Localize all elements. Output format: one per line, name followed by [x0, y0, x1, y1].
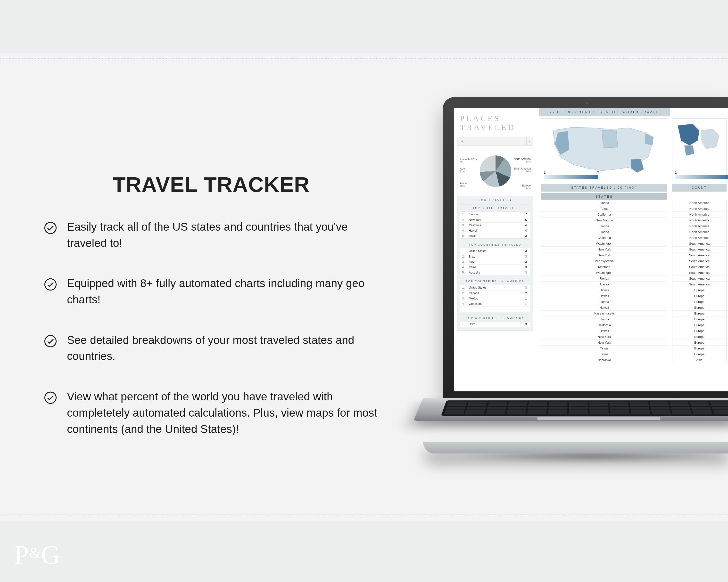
table-row: 4.China3: [460, 264, 530, 270]
top-sa-table: TOP COUNTRIES · S. AMERICA 1.Brazil3: [460, 314, 530, 327]
table-row: North America: [672, 212, 726, 217]
marketing-copy: TRAVEL TRACKER Easily track all of the U…: [44, 172, 379, 461]
table-row: 2.New York5: [460, 217, 530, 222]
header-band: [0, 0, 728, 53]
feature-text: See detailed breakdowns of your most tra…: [67, 332, 379, 364]
table-row: New York: [541, 339, 667, 345]
laptop-mockup: PLACES TRAVELED ▾ Australia / Oce6% Asia…: [423, 97, 728, 468]
table-row: 3.Italy3: [460, 259, 530, 264]
feature-item: View what percent of the world you have …: [44, 388, 379, 437]
world-count-banner: 29 OF 195 COUNTRIES IN THE WORLD TRAVEL: [539, 108, 670, 116]
table-row: New York: [541, 334, 667, 339]
svg-point-0: [45, 222, 56, 234]
table-row: 4.Hawaii4: [460, 228, 530, 233]
pie-label: North America14%: [514, 157, 531, 163]
feature-item: See detailed breakdowns of your most tra…: [44, 332, 379, 364]
laptop-screen: PLACES TRAVELED ▾ Australia / Oce6% Asia…: [454, 108, 728, 391]
table-row: Florida: [541, 200, 667, 206]
table-row: South America: [672, 281, 726, 287]
top-na-table: TOP COUNTRIES · N. AMERICA 1.United Stat…: [460, 278, 530, 312]
search-filter[interactable]: ▾: [457, 137, 533, 145]
table-row: Europe: [672, 293, 726, 299]
pie-label: South America16%: [513, 167, 531, 173]
check-circle-icon: [44, 278, 57, 291]
laptop-lid: PLACES TRAVELED ▾ Australia / Oce6% Asia…: [443, 97, 728, 403]
table-row: Massachusetts: [541, 310, 667, 316]
legend-gradient: [544, 175, 598, 179]
footer-band: [0, 521, 728, 582]
svg-point-1: [45, 279, 56, 290]
pie-label: Australia / Oce6%: [460, 158, 477, 164]
feature-text: Equipped with 8+ fully automated charts …: [67, 275, 379, 307]
states-table: FloridaTexasCaliforniaNew MexicoFloridaF…: [541, 200, 667, 363]
table-row: Texas: [541, 351, 667, 357]
table-row: Washington: [541, 270, 667, 275]
table-row: Florida: [541, 299, 667, 305]
check-circle-icon: [44, 334, 57, 348]
table-row: Europe: [672, 339, 726, 345]
table-row: South America: [672, 264, 726, 270]
table-row: Europe: [672, 328, 726, 334]
top-countries-table: TOP COUNTRIES TRAVELED 1.United States32…: [460, 241, 530, 275]
pie-icon: [480, 156, 511, 187]
top-states-table: TOP STATES TRAVELED 1.Florida72.New York…: [460, 204, 530, 239]
table-row: 1.United States3: [460, 285, 530, 290]
svg-point-4: [461, 140, 463, 142]
table-row: 5.Australia3: [460, 270, 530, 275]
spreadsheet: PLACES TRAVELED ▾ Australia / Oce6% Asia…: [454, 108, 728, 391]
table-row: Pennsylvania: [541, 258, 667, 264]
laptop-base: [414, 398, 728, 421]
table-row: North America: [672, 229, 726, 235]
table-row: Europe: [672, 305, 726, 310]
table-row: 3.Mexico1: [460, 296, 530, 301]
brand-logo: P&G: [14, 539, 60, 570]
sheet-right: . 1 3: [670, 108, 728, 391]
table-row: Washington: [541, 241, 667, 246]
feature-text: Easily track all of the US states and co…: [67, 219, 379, 251]
table-row: South America: [672, 241, 726, 246]
us-map: 1 7: [541, 118, 667, 182]
table-row: South America: [672, 258, 726, 264]
table-row: Europe: [672, 287, 726, 293]
table-row: North America: [672, 206, 726, 212]
table-row: New York: [541, 252, 667, 258]
table-row: Montana: [541, 264, 667, 270]
mini-header: TOP STATES TRAVELED: [460, 205, 530, 212]
table-row: New Mexico: [541, 217, 667, 223]
countries-traveled-band: COUNT: [672, 184, 727, 192]
continent-table: North AmericaNorth AmericaNorth AmericaN…: [672, 200, 727, 363]
table-row: North America: [672, 235, 726, 241]
table-row: Florida: [541, 223, 667, 229]
chevron-down-icon[interactable]: ▾: [526, 137, 532, 145]
table-row: New York: [541, 246, 667, 252]
divider-bottom: [0, 515, 728, 515]
table-row: 1.United States3: [460, 248, 530, 254]
states-table-header: STATES: [541, 193, 667, 200]
panel-header: TOP TRAVELED: [458, 196, 532, 204]
logo-p: P: [14, 540, 28, 570]
table-row: Europe: [672, 299, 726, 305]
table-row: 1.Florida7: [460, 212, 530, 217]
table-row: Europe: [672, 322, 726, 328]
table-row: Hawaii: [541, 305, 667, 310]
mini-header: TOP COUNTRIES TRAVELED: [460, 241, 530, 248]
search-icon: [458, 137, 467, 145]
continent-pie-chart: Australia / Oce6% Asia22% Africa18% Nort…: [457, 148, 533, 194]
camera-icon: [586, 102, 588, 104]
map-icon: [674, 120, 724, 159]
table-row: 2.Canada2: [460, 290, 530, 296]
table-row: 3.California4: [460, 222, 530, 228]
sheet-sidebar: PLACES TRAVELED ▾ Australia / Oce6% Asia…: [454, 108, 539, 391]
table-row: California: [541, 322, 667, 328]
table-row: Florida: [541, 229, 667, 235]
table-row: [460, 306, 530, 312]
table-row: Europe: [672, 334, 726, 339]
logo-g: G: [41, 540, 60, 570]
legend-low: 1: [675, 171, 677, 174]
divider-top: [0, 58, 728, 58]
table-row: Florida: [541, 275, 667, 281]
pie-label: Asia22%: [460, 167, 465, 173]
table-row: Europe: [672, 351, 726, 357]
table-row: 4.Greenland1: [460, 301, 530, 306]
table-row: North America: [672, 223, 726, 229]
